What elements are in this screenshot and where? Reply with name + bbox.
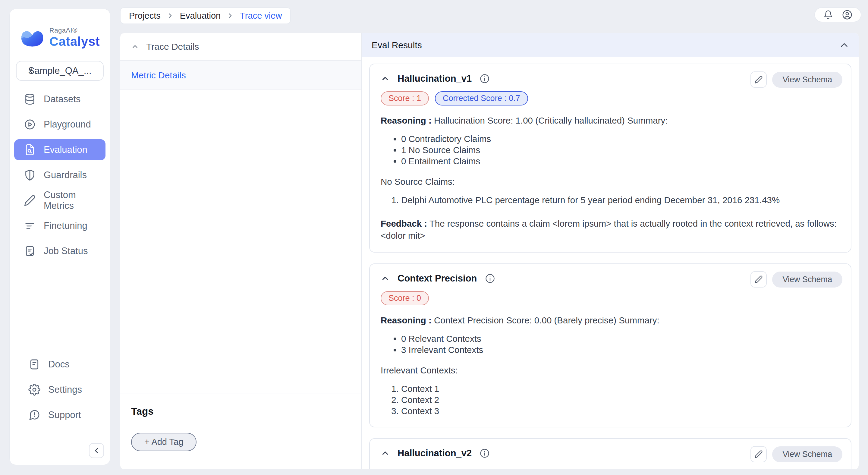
brand-company: RagaAI® xyxy=(50,27,100,34)
edit-metric-button[interactable] xyxy=(750,71,767,88)
metric-details-label: Metric Details xyxy=(131,70,186,81)
pencil-icon xyxy=(754,275,763,284)
profile-icon[interactable] xyxy=(842,10,852,20)
metric-details-item[interactable]: Metric Details xyxy=(120,61,361,90)
chevron-left-icon xyxy=(27,67,35,75)
irrelevant-contexts-list: Context 1 Context 2 Context 3 xyxy=(401,383,840,416)
edit-metric-button[interactable] xyxy=(750,271,767,288)
view-schema-button[interactable]: View Schema xyxy=(772,272,842,288)
list-item: Context 3 xyxy=(401,405,840,416)
info-icon[interactable] xyxy=(479,73,490,84)
sidebar-item-settings[interactable]: Settings xyxy=(19,379,101,400)
document-icon xyxy=(28,358,40,371)
brand-logo: RagaAI® Catalyst xyxy=(10,27,110,49)
claims-summary-list: 0 Contradictory Claims 1 No Source Claim… xyxy=(401,133,840,167)
metric-card-hallucination-v1: Hallucination_v1 View Schema Score : 1 C… xyxy=(369,64,851,253)
chevron-up-icon[interactable] xyxy=(381,274,390,283)
info-icon[interactable] xyxy=(485,273,495,284)
add-tag-button[interactable]: + Add Tag xyxy=(131,433,196,451)
list-item: Context 1 xyxy=(401,383,840,394)
sidebar: RagaAI® Catalyst Sample_QA_... Datasets … xyxy=(9,9,110,465)
list-item: 3 Irrelevant Contexts xyxy=(401,344,840,355)
pencil-icon xyxy=(754,75,763,84)
chevron-up-icon[interactable] xyxy=(381,74,390,83)
sidebar-item-label: Guardrails xyxy=(44,170,87,181)
clipboard-check-icon xyxy=(24,245,36,257)
sidebar-item-label: Evaluation xyxy=(44,145,87,155)
wave-logo-icon xyxy=(20,28,44,48)
score-badge: Score : 0 xyxy=(381,291,429,305)
eval-results-title: Eval Results xyxy=(372,40,422,50)
sidebar-item-label: Custom Metrics xyxy=(44,190,105,211)
feedback-text: Feedback : The response contains a claim… xyxy=(381,218,840,242)
sidebar-item-playground[interactable]: Playground xyxy=(14,114,105,135)
subheading: Irrelevant Contexts: xyxy=(381,365,840,376)
metric-card-hallucination-v2: Hallucination_v2 View Schema xyxy=(369,438,851,469)
sidebar-nav: Datasets Playground Evaluation Guardrail… xyxy=(10,89,110,262)
sidebar-item-label: Settings xyxy=(48,384,82,395)
view-schema-button[interactable]: View Schema xyxy=(772,446,842,462)
chevron-right-icon xyxy=(167,12,174,19)
sidebar-item-label: Datasets xyxy=(44,94,81,104)
breadcrumb: Projects Evaluation Trace view xyxy=(120,7,291,24)
list-item: Delphi Automotive PLC percentage return … xyxy=(401,194,840,205)
breadcrumb-projects[interactable]: Projects xyxy=(129,11,161,21)
sidebar-item-job-status[interactable]: Job Status xyxy=(14,241,105,262)
list-item: 0 Relevant Contexts xyxy=(401,333,840,344)
metric-title: Context Precision xyxy=(398,273,477,284)
no-source-claims-list: Delphi Automotive PLC percentage return … xyxy=(401,194,840,205)
pencil-icon xyxy=(24,194,36,207)
breadcrumb-evaluation[interactable]: Evaluation xyxy=(180,11,221,21)
sidebar-item-custom-metrics[interactable]: Custom Metrics xyxy=(14,190,105,211)
sidebar-item-datasets[interactable]: Datasets xyxy=(14,89,105,110)
topbar-user-pill xyxy=(814,7,861,22)
brand-product: Catalyst xyxy=(50,34,100,49)
left-panel-spacer xyxy=(120,90,361,393)
sidebar-item-label: Playground xyxy=(44,119,91,130)
trace-details-header[interactable]: Trace Details xyxy=(120,33,361,61)
edit-metric-button[interactable] xyxy=(750,446,767,462)
breadcrumb-trace-view[interactable]: Trace view xyxy=(240,11,282,21)
eval-results-panel: Eval Results Hallucination_v1 xyxy=(362,33,859,469)
sidebar-item-guardrails[interactable]: Guardrails xyxy=(14,164,105,186)
sidebar-collapse-button[interactable] xyxy=(89,443,104,458)
help-bubble-icon xyxy=(28,409,40,421)
eval-cards-list: Hallucination_v1 View Schema Score : 1 C… xyxy=(362,57,859,469)
sidebar-item-evaluation[interactable]: Evaluation xyxy=(14,139,105,160)
subheading: No Source Claims: xyxy=(381,176,840,188)
list-item: 0 Entailment Claims xyxy=(401,156,840,167)
view-schema-button[interactable]: View Schema xyxy=(772,72,842,88)
sidebar-item-label: Docs xyxy=(48,359,70,370)
chevron-up-icon xyxy=(131,43,139,51)
reasoning-text: Reasoning : Context Precision Score: 0.0… xyxy=(381,314,840,326)
reasoning-text: Reasoning : Hallucination Score: 1.00 (C… xyxy=(381,115,840,127)
metric-title: Hallucination_v2 xyxy=(398,448,472,459)
chevron-up-icon[interactable] xyxy=(381,449,390,458)
list-item: 1 No Source Claims xyxy=(401,145,840,156)
sidebar-item-label: Finetuning xyxy=(44,220,87,231)
tags-title: Tags xyxy=(131,406,350,417)
play-circle-icon xyxy=(24,119,36,130)
top-bar: Projects Evaluation Trace view xyxy=(120,7,861,24)
sidebar-item-docs[interactable]: Docs xyxy=(19,354,101,375)
sidebar-bottom-nav: Docs Settings Support xyxy=(14,354,105,430)
sidebar-item-label: Support xyxy=(48,410,81,420)
file-search-icon xyxy=(24,144,36,156)
list-item: 0 Contradictory Claims xyxy=(401,133,840,145)
contexts-summary-list: 0 Relevant Contexts 3 Irrelevant Context… xyxy=(401,333,840,355)
chevron-left-icon xyxy=(92,446,101,455)
info-icon[interactable] xyxy=(479,448,490,458)
gear-icon xyxy=(28,384,40,396)
list-item: Context 2 xyxy=(401,394,840,405)
sidebar-item-label: Job Status xyxy=(44,246,88,256)
sidebar-item-support[interactable]: Support xyxy=(19,405,101,425)
project-selector-button[interactable]: Sample_QA_... xyxy=(16,61,104,81)
chevron-up-icon[interactable] xyxy=(839,40,849,50)
trace-details-panel: Trace Details Metric Details Tags + Add … xyxy=(120,33,362,469)
sidebar-item-finetuning[interactable]: Finetuning xyxy=(14,215,105,236)
score-badge: Score : 1 xyxy=(381,91,429,105)
metric-title: Hallucination_v1 xyxy=(398,73,472,84)
bell-icon[interactable] xyxy=(824,10,833,20)
chevron-right-icon xyxy=(227,12,234,19)
tags-section: Tags + Add Tag xyxy=(120,393,361,469)
